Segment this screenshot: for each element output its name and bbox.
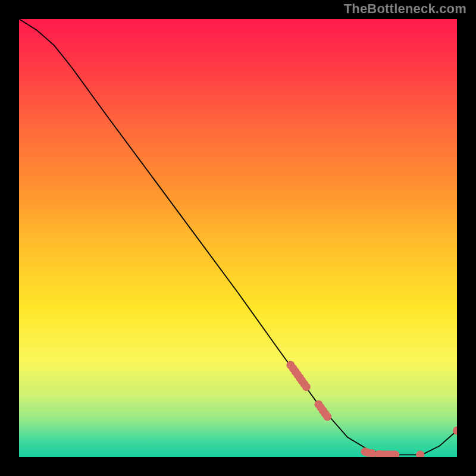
data-dot — [377, 450, 386, 457]
data-dot — [298, 377, 306, 385]
data-dot — [293, 371, 302, 379]
data-dots-group — [286, 361, 457, 457]
data-dot — [289, 364, 298, 372]
data-dot — [300, 380, 308, 388]
data-dot — [368, 449, 376, 457]
data-dot — [383, 450, 392, 457]
plot-area — [19, 19, 457, 457]
bottleneck-line — [19, 19, 457, 455]
data-dot — [416, 450, 424, 457]
data-dot — [391, 450, 399, 457]
data-dot — [286, 361, 295, 369]
data-dot — [375, 450, 383, 457]
data-dot — [389, 450, 397, 457]
data-dot — [317, 403, 325, 412]
chart-frame: TheBottleneck.com — [0, 0, 476, 476]
data-dot — [453, 427, 457, 435]
data-dot — [323, 412, 331, 421]
data-dot — [321, 409, 329, 418]
data-dot — [364, 449, 372, 457]
data-dot — [302, 383, 311, 391]
data-dot — [386, 450, 394, 457]
data-dot — [296, 374, 304, 382]
data-dot — [319, 406, 327, 415]
chart-svg — [19, 19, 457, 457]
watermark-title: TheBottleneck.com — [344, 1, 466, 17]
data-dot — [381, 450, 389, 457]
data-dot — [314, 400, 322, 409]
data-dot — [361, 447, 369, 456]
data-dot — [291, 367, 299, 375]
